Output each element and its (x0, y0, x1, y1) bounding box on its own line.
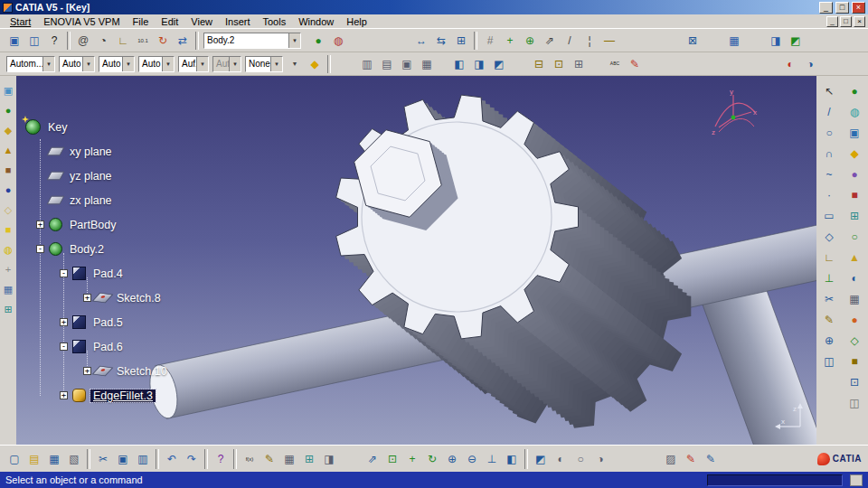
dropdown-arrow-icon[interactable]: ▼ (229, 57, 241, 71)
sketch-pencil-icon[interactable]: ✎ (821, 312, 837, 328)
options-icon[interactable]: ▦ (725, 32, 743, 50)
tree-label[interactable]: Body.2 (67, 243, 107, 256)
tree-label[interactable]: zx plane (67, 194, 115, 207)
plant-wb-icon[interactable]: ⊡ (846, 374, 863, 390)
knowledge-wb-icon[interactable]: ○ (846, 229, 863, 245)
line-style-icon[interactable]: / (561, 32, 579, 50)
pan-tool-icon[interactable]: + (501, 32, 519, 50)
tile-horizontal-icon[interactable]: ◨ (470, 55, 488, 73)
paste-icon[interactable]: ▥ (134, 450, 152, 468)
dropdown-arrow-icon[interactable]: ▼ (270, 57, 282, 71)
history-icon[interactable]: ◔ (94, 32, 112, 50)
auto-filter-combo-2[interactable]: Auto▼ (59, 56, 95, 72)
dropdown-arrow-icon[interactable]: ▼ (162, 57, 174, 71)
catalog-b-icon[interactable]: ⊞ (570, 55, 588, 73)
drafting-workbench-icon[interactable]: ■ (1, 163, 15, 177)
undo-icon[interactable]: ↶ (163, 450, 181, 468)
part-workbench-icon[interactable]: ● (1, 103, 15, 117)
tree-item-pad-5[interactable]: +Pad.5 (16, 310, 306, 334)
link-manager-icon[interactable]: ⇄ (174, 32, 192, 50)
filter-dropdown-icon[interactable]: ▼ (286, 55, 304, 73)
smart-pick-icon[interactable]: ▣ (398, 55, 416, 73)
tree-label[interactable]: Pad.5 (90, 316, 126, 329)
sphere-tool-icon[interactable]: ● (1, 183, 15, 197)
image-capture-icon[interactable]: ◨ (320, 450, 338, 468)
grid-display-icon[interactable]: ▦ (1, 282, 15, 296)
menu-item-help[interactable]: Help (340, 16, 373, 27)
tree-item-body-2[interactable]: -Body.2 (16, 237, 306, 261)
hidden-line-view-icon[interactable]: ◑ (591, 450, 609, 468)
menu-item-view[interactable]: View (184, 16, 219, 27)
tree-label[interactable]: Sketch.8 (114, 292, 164, 305)
iso-view-icon[interactable]: ◩ (532, 450, 550, 468)
menu-item-enovia-v5-vpm[interactable]: ENOVIA V5 VPM (37, 16, 126, 27)
annotation-pen-icon[interactable]: ✎ (626, 55, 644, 73)
structure-wb-icon[interactable]: ▦ (846, 291, 863, 307)
zoom-in-icon[interactable]: ⊕ (443, 450, 461, 468)
measure-inertia-icon[interactable]: ⊞ (452, 32, 470, 50)
tree-label[interactable]: EdgeFillet.3 (90, 389, 156, 402)
product-structure-icon[interactable]: ▣ (1, 83, 15, 98)
sketcher-workbench-icon[interactable]: ◆ (1, 123, 15, 137)
paint-brush-icon[interactable]: ◆ (306, 55, 324, 73)
select-arrow-icon[interactable]: ↖ (821, 83, 837, 99)
sketcher-wb-icon[interactable]: ● (846, 83, 863, 99)
none-filter-combo[interactable]: None▼ (245, 56, 283, 72)
tree-item-sketch-8[interactable]: +Sketch.8 (16, 286, 306, 310)
spell-check-icon[interactable]: ABC (606, 55, 624, 73)
collapse-icon[interactable]: - (60, 343, 68, 351)
collapse-icon[interactable]: - (36, 245, 44, 253)
shaded-view-icon[interactable]: ◐ (552, 450, 570, 468)
pen-blue-icon[interactable]: ✎ (702, 450, 720, 468)
tree-label[interactable]: Sketch.10 (114, 365, 170, 378)
wireframe-view-icon[interactable]: ○ (571, 450, 590, 468)
help-icon[interactable]: ? (212, 450, 230, 468)
titlebar[interactable]: CATIA V5 - [Key] _ □ × (0, 0, 868, 14)
tree-label[interactable]: Key (45, 121, 71, 134)
cascade-icon[interactable]: ◩ (490, 55, 508, 73)
snap-grid-icon[interactable]: # (481, 32, 499, 50)
paste-special-icon[interactable]: ▣ (5, 32, 24, 50)
print-icon[interactable]: ▧ (65, 450, 83, 468)
measure-tools-icon[interactable]: ⊞ (1, 302, 15, 316)
measure-item-icon[interactable]: ↔ (412, 32, 430, 50)
collapse-icon[interactable]: - (60, 269, 68, 277)
expand-icon[interactable]: + (60, 391, 68, 399)
analysis-wb-icon[interactable]: ● (846, 166, 863, 183)
tree-label[interactable]: PartBody (67, 219, 118, 231)
create-multi-view-icon[interactable]: ◧ (503, 450, 521, 468)
tree-item-xy-plane[interactable]: xy plane (16, 139, 306, 164)
menu-item-tools[interactable]: Tools (256, 16, 292, 27)
circle-icon[interactable]: ○ (821, 125, 837, 141)
shape-workbench-icon[interactable]: ▲ (1, 143, 15, 157)
rotate-icon[interactable]: ↻ (423, 450, 441, 468)
tile-window-icon[interactable]: ◫ (25, 32, 43, 50)
tree-item-partbody[interactable]: +PartBody (16, 212, 306, 237)
only-current-body-icon[interactable]: ⊡ (550, 55, 568, 73)
ruler-icon[interactable]: — (600, 32, 618, 50)
project-3d-icon[interactable]: ⊕ (821, 333, 837, 349)
fly-mode-icon[interactable]: ⇗ (363, 450, 382, 468)
compass-tool-icon[interactable]: + (1, 262, 15, 277)
rendering-wb-icon[interactable]: ◐ (846, 270, 863, 286)
measure-between-icon[interactable]: ⇆ (432, 32, 450, 50)
point-icon[interactable]: · (821, 187, 837, 203)
user-pattern-icon[interactable]: ◑ (801, 55, 819, 73)
mdi-minimize-button[interactable]: _ (826, 16, 838, 27)
box-tool-icon[interactable]: ■ (1, 222, 15, 237)
menu-item-start[interactable]: Start (4, 16, 37, 27)
auto-filter-combo-1[interactable]: Autom...▼ (6, 56, 55, 72)
machining-wb-icon[interactable]: ⊞ (846, 208, 863, 224)
expand-icon[interactable]: + (36, 221, 44, 229)
knowledge-inspector-icon[interactable]: ⊠ (684, 32, 702, 50)
catalog-browser-icon[interactable]: ● (309, 32, 327, 50)
graduated-bg-icon[interactable]: ▨ (662, 450, 680, 468)
shape-wb-icon[interactable]: ▲ (846, 249, 863, 266)
dmu-wb-icon[interactable]: ◇ (846, 333, 863, 349)
copy-format-icon[interactable]: ▥ (358, 55, 376, 73)
tree-label[interactable]: Pad.4 (90, 267, 126, 280)
copy-icon[interactable]: ▣ (114, 450, 132, 468)
normal-view-icon[interactable]: ⊥ (483, 450, 501, 468)
view-mode-icon[interactable]: ◨ (767, 32, 785, 50)
check-analysis-icon[interactable]: ⊞ (300, 450, 318, 468)
